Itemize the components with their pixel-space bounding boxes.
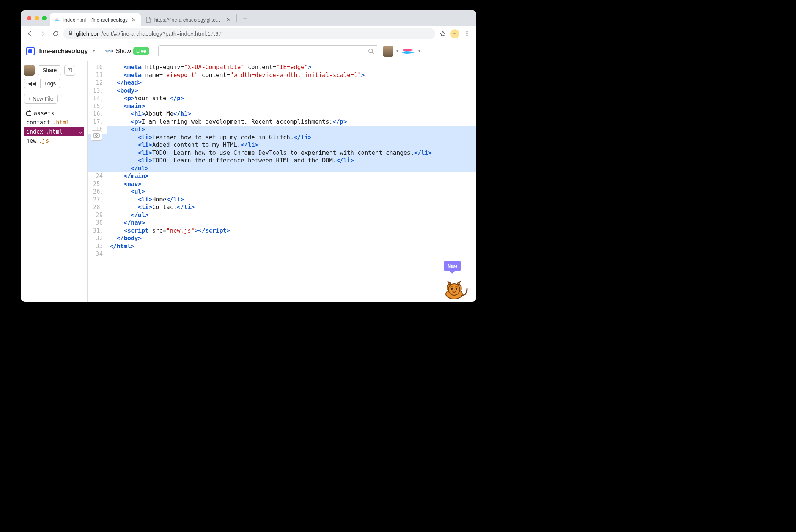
chevron-down-icon[interactable]: ▾: [418, 49, 421, 54]
file-item[interactable]: assets: [24, 109, 84, 118]
new-tab-button[interactable]: +: [240, 13, 250, 24]
file-name: assets: [34, 110, 54, 117]
svg-point-6: [466, 35, 467, 36]
line-number: 27 ⌄: [88, 196, 103, 204]
code-line: </head>: [107, 79, 476, 87]
line-number: 25 ⌄: [88, 180, 103, 188]
page-favicon-icon: [145, 17, 151, 23]
lock-icon: [68, 30, 73, 37]
new-file-button[interactable]: + New File: [24, 94, 58, 104]
show-label: Show: [116, 48, 131, 55]
svg-rect-0: [69, 33, 72, 35]
svg-point-4: [466, 31, 467, 32]
code-line: <li>TODO: Learn the difference between H…: [88, 157, 476, 165]
back-button[interactable]: [25, 28, 35, 39]
browser-tab[interactable]: https://fine-archaeology.glitch… ✕: [141, 13, 236, 26]
svg-point-1: [452, 31, 458, 36]
glitch-favicon-icon: [54, 17, 60, 23]
code-line: <meta http-equiv="X-UA-Compatible" conte…: [107, 63, 476, 71]
line-number: 29: [88, 211, 103, 219]
code-line: </body>: [107, 235, 476, 242]
user-avatar[interactable]: [383, 46, 393, 57]
line-number: 32: [88, 235, 103, 242]
code-line: <li>Home</li>: [107, 196, 476, 204]
svg-point-15: [451, 288, 453, 290]
collapse-sidebar-button[interactable]: [64, 65, 75, 76]
tab-title: index.html – fine-archaeology: [63, 17, 128, 23]
file-name: index: [26, 128, 43, 135]
file-tree: assetscontact.htmlindex.html⌄new.js: [24, 109, 84, 145]
svg-point-14: [448, 284, 460, 295]
tab-strip: index.html – fine-archaeology ✕ https://…: [21, 10, 476, 26]
profile-button[interactable]: [450, 29, 459, 38]
window-controls: [25, 10, 50, 26]
code-line: </nav>: [107, 219, 476, 227]
glitch-header: fine-archaeology ▾ 👓 Show Live ▾ ▾: [21, 41, 476, 61]
search-input[interactable]: [158, 45, 378, 57]
forward-button[interactable]: [38, 28, 48, 39]
svg-rect-10: [68, 68, 72, 72]
svg-line-8: [372, 52, 374, 54]
file-ext: .js: [39, 137, 49, 144]
svg-rect-11: [93, 134, 99, 137]
line-number: 16 ⌄: [88, 110, 103, 118]
file-item-active[interactable]: index.html⌄: [24, 127, 84, 136]
tutorial-button[interactable]: [91, 130, 102, 141]
reload-button[interactable]: [50, 28, 61, 39]
chevron-down-icon: ⌄: [79, 129, 82, 135]
line-number: 34: [88, 250, 103, 258]
code-line: <ul>: [107, 188, 476, 196]
menu-button[interactable]: [462, 28, 472, 39]
project-name[interactable]: fine-archaeology: [39, 48, 88, 55]
line-number: 26 ⌄: [88, 188, 103, 196]
maximize-window-button[interactable]: [42, 16, 47, 20]
new-badge[interactable]: New: [444, 261, 461, 272]
code-line: <h1>About Me</h1>: [107, 110, 476, 118]
svg-point-16: [456, 288, 457, 290]
sidebar: Share ◀◀ Logs + New File assetscontact.h…: [21, 61, 88, 302]
address-bar[interactable]: glitch.com/edit/#!/fine-archaeology?path…: [63, 28, 435, 39]
glasses-icon: 👓: [105, 47, 113, 55]
close-tab-icon[interactable]: ✕: [131, 17, 137, 23]
code-line: <nav>: [107, 180, 476, 188]
chevron-down-icon[interactable]: ▾: [93, 49, 95, 54]
file-item[interactable]: contact.html: [24, 118, 84, 127]
line-number: 14 ⌄: [88, 94, 103, 102]
code-lines: <meta http-equiv="X-UA-Compatible" conte…: [107, 63, 476, 258]
code-line: <script src="new.js"></script>: [107, 227, 476, 235]
code-editor[interactable]: 10111213 ⌄14 ⌄15 ⌄16 ⌄17 ⌄181920 ⌄21 ⌄22…: [88, 61, 476, 302]
chevron-down-icon[interactable]: ▾: [396, 49, 399, 54]
code-line: <main>: [107, 102, 476, 110]
glitch-logo-icon[interactable]: [401, 47, 415, 55]
close-tab-icon[interactable]: ✕: [226, 17, 232, 23]
code-line: </ul>: [107, 211, 476, 219]
close-window-button[interactable]: [27, 16, 31, 20]
line-number: 11: [88, 71, 103, 79]
show-button[interactable]: 👓 Show Live: [105, 47, 149, 55]
browser-tab-active[interactable]: index.html – fine-archaeology ✕: [50, 13, 141, 26]
code-line: </html>: [107, 242, 476, 250]
share-button[interactable]: Share: [38, 65, 61, 75]
code-line: <li>Added content to my HTML.</li>: [88, 141, 476, 149]
project-icon[interactable]: [26, 47, 35, 55]
search-icon: [368, 48, 374, 55]
logs-button[interactable]: Logs: [41, 79, 60, 88]
toolbar: glitch.com/edit/#!/fine-archaeology?path…: [21, 26, 476, 41]
line-number: 24: [88, 172, 103, 180]
svg-point-5: [466, 33, 467, 34]
live-badge: Live: [133, 47, 149, 55]
glitch-cat-icon[interactable]: [443, 279, 469, 299]
glitch-app: fine-archaeology ▾ 👓 Show Live ▾ ▾: [21, 41, 476, 302]
code-line: <li>Learned how to set up my code in Gli…: [88, 134, 476, 142]
browser-window: index.html – fine-archaeology ✕ https://…: [21, 10, 476, 302]
url-text: glitch.com/edit/#!/fine-archaeology?path…: [76, 30, 222, 37]
svg-point-2: [454, 33, 455, 34]
line-number: 28 ⌄: [88, 203, 103, 211]
svg-point-9: [404, 49, 404, 50]
bookmark-button[interactable]: [437, 28, 448, 39]
code-line: <ul>: [88, 126, 476, 134]
minimize-window-button[interactable]: [35, 16, 39, 20]
user-avatar[interactable]: [24, 65, 35, 76]
file-item[interactable]: new.js: [24, 136, 84, 145]
rewind-button[interactable]: ◀◀: [24, 79, 41, 88]
